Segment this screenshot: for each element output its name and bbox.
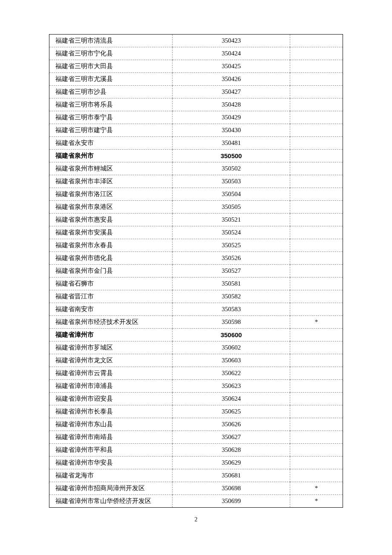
region-mark-cell (290, 239, 343, 252)
region-name-cell: 福建省泉州市永春县 (49, 239, 173, 252)
region-name-cell: 福建省泉州市丰泽区 (49, 175, 173, 188)
table-row: 福建省泉州市永春县350525 (49, 239, 343, 252)
table-row: 福建省三明市泰宁县350429 (49, 111, 343, 124)
region-mark-cell (290, 303, 343, 316)
region-mark-cell (290, 290, 343, 303)
table-row: 福建省泉州市金门县350527 (49, 265, 343, 278)
table-row: 福建省三明市沙县350427 (49, 86, 343, 98)
region-name-cell: 福建省三明市大田县 (49, 60, 173, 73)
region-code-cell: 350603 (173, 354, 290, 367)
region-code-cell: 350502 (173, 162, 290, 175)
region-mark-cell (290, 86, 343, 98)
region-mark-cell (290, 405, 343, 418)
region-mark-cell (290, 367, 343, 380)
region-code-cell: 350598 (173, 316, 290, 329)
region-code-cell: 350500 (173, 150, 290, 162)
region-name-cell: 福建省漳州市华安县 (49, 457, 173, 469)
table-row: 福建省三明市尤溪县350426 (49, 73, 343, 86)
region-mark-cell (290, 175, 343, 188)
region-mark-cell (290, 252, 343, 265)
region-mark-cell (290, 162, 343, 175)
table-row: 福建省三明市大田县350425 (49, 60, 343, 73)
region-name-cell: 福建省漳州市南靖县 (49, 431, 173, 444)
region-name-cell: 福建省漳州市漳浦县 (49, 380, 173, 393)
table-row: 福建省三明市清流县350423 (49, 35, 343, 47)
region-mark-cell (290, 124, 343, 137)
region-mark-cell (290, 354, 343, 367)
region-code-cell: 350628 (173, 444, 290, 457)
region-mark-cell (290, 457, 343, 469)
region-name-cell: 福建省漳州市诏安县 (49, 393, 173, 405)
region-mark-cell (290, 73, 343, 86)
region-code-cell: 350424 (173, 47, 290, 60)
region-code-cell: 350622 (173, 367, 290, 380)
table-row: 福建省漳州市东山县350626 (49, 418, 343, 431)
table-body: 福建省三明市清流县350423福建省三明市宁化县350424福建省三明市大田县3… (49, 35, 343, 508)
region-mark-cell (290, 380, 343, 393)
table-row: 福建省漳州市常山华侨经济开发区350699* (49, 495, 343, 508)
region-name-cell: 福建省漳州市常山华侨经济开发区 (49, 495, 173, 508)
region-code-cell: 350429 (173, 111, 290, 124)
region-mark-cell (290, 188, 343, 201)
region-mark-cell (290, 265, 343, 278)
region-mark-cell (290, 47, 343, 60)
region-code-cell: 350681 (173, 469, 290, 482)
region-name-cell: 福建省三明市尤溪县 (49, 73, 173, 86)
region-code-cell: 350626 (173, 418, 290, 431)
region-name-cell: 福建省三明市将乐县 (49, 98, 173, 111)
region-code-cell: 350583 (173, 303, 290, 316)
table-row: 福建省漳州市华安县350629 (49, 457, 343, 469)
region-mark-cell (290, 35, 343, 47)
table-row: 福建省泉州市350500 (49, 150, 343, 162)
region-code-cell: 350526 (173, 252, 290, 265)
region-name-cell: 福建省泉州市金门县 (49, 265, 173, 278)
region-code-cell: 350629 (173, 457, 290, 469)
region-name-cell: 福建省晋江市 (49, 290, 173, 303)
region-mark-cell (290, 137, 343, 150)
region-name-cell: 福建省漳州市平和县 (49, 444, 173, 457)
region-code-cell: 350481 (173, 137, 290, 150)
table-row: 福建省石狮市350581 (49, 278, 343, 290)
region-name-cell: 福建省三明市宁化县 (49, 47, 173, 60)
table-row: 福建省泉州市惠安县350521 (49, 214, 343, 226)
region-mark-cell (290, 431, 343, 444)
region-code-cell: 350423 (173, 35, 290, 47)
region-name-cell: 福建省漳州市芗城区 (49, 341, 173, 354)
region-name-cell: 福建省泉州市洛江区 (49, 188, 173, 201)
region-mark-cell (290, 150, 343, 162)
region-mark-cell (290, 201, 343, 214)
region-code-cell: 350602 (173, 341, 290, 354)
region-name-cell: 福建省三明市清流县 (49, 35, 173, 47)
region-code-cell: 350430 (173, 124, 290, 137)
table-row: 福建省漳州市芗城区350602 (49, 341, 343, 354)
region-name-cell: 福建省南安市 (49, 303, 173, 316)
region-name-cell: 福建省泉州市德化县 (49, 252, 173, 265)
region-mark-cell (290, 469, 343, 482)
region-code-cell: 350627 (173, 431, 290, 444)
region-name-cell: 福建省石狮市 (49, 278, 173, 290)
table-row: 福建省三明市建宁县350430 (49, 124, 343, 137)
region-mark-cell (290, 341, 343, 354)
table-row: 福建省龙海市350681 (49, 469, 343, 482)
region-code-cell: 350504 (173, 188, 290, 201)
table-row: 福建省漳州市平和县350628 (49, 444, 343, 457)
region-name-cell: 福建省漳州市 (49, 329, 173, 341)
region-code-cell: 350425 (173, 60, 290, 73)
region-name-cell: 福建省龙海市 (49, 469, 173, 482)
table-row: 福建省永安市350481 (49, 137, 343, 150)
region-code-cell: 350524 (173, 226, 290, 239)
table-row: 福建省漳州市云霄县350622 (49, 367, 343, 380)
table-row: 福建省泉州市经济技术开发区350598* (49, 316, 343, 329)
region-name-cell: 福建省三明市泰宁县 (49, 111, 173, 124)
region-code-cell: 350521 (173, 214, 290, 226)
table-row: 福建省南安市350583 (49, 303, 343, 316)
region-code-cell: 350625 (173, 405, 290, 418)
table-row: 福建省漳州市长泰县350625 (49, 405, 343, 418)
region-code-cell: 350527 (173, 265, 290, 278)
region-code-cell: 350582 (173, 290, 290, 303)
region-mark-cell (290, 226, 343, 239)
region-mark-cell: * (290, 482, 343, 495)
region-mark-cell: * (290, 316, 343, 329)
region-mark-cell (290, 329, 343, 341)
region-name-cell: 福建省泉州市泉港区 (49, 201, 173, 214)
